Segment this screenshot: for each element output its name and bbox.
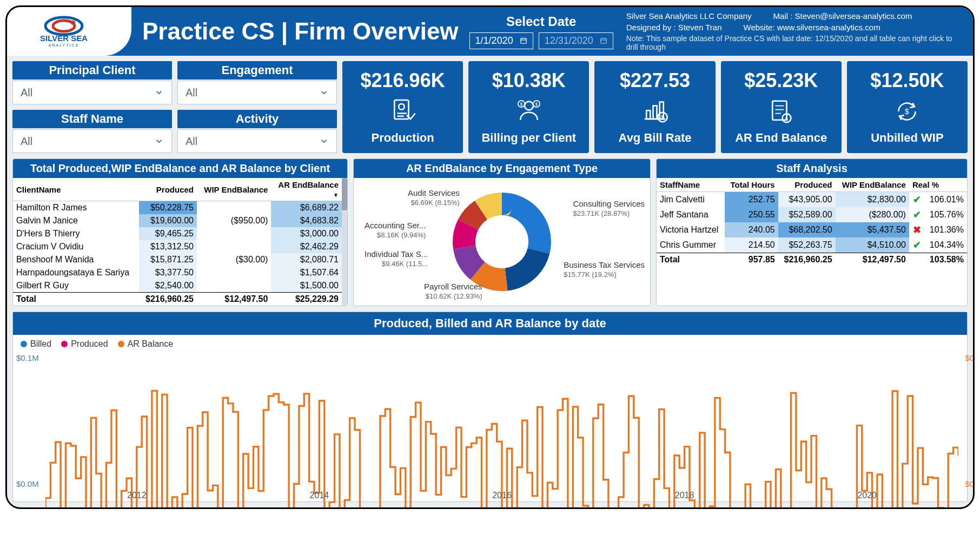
svg-text:$: $ [905, 107, 910, 116]
kpi-value: $12.50K [870, 69, 944, 92]
date-end-input[interactable]: 12/31/2020 [539, 32, 613, 49]
panel-title: AR EndBalance by Engagement Type [354, 159, 650, 178]
cell-name: Hamilton R James [13, 201, 139, 215]
client-table[interactable]: ClientName Produced WIP EndBalance AR En… [13, 178, 342, 306]
cell-name: Jim Calvetti [657, 192, 725, 208]
kpi-value: $227.53 [620, 69, 690, 92]
col-staffname[interactable]: StaffName [657, 178, 725, 192]
table-row[interactable]: Jim Calvetti252.75$43,905.00$2,830.00✔10… [657, 192, 967, 208]
cell-name: Galvin M Janice [13, 214, 139, 227]
table-row[interactable]: Benshoof M Wanida$15,871.25($30.00)$2,08… [13, 253, 342, 266]
chevron-down-icon [154, 136, 164, 146]
cell-produced: $15,871.25 [139, 253, 197, 266]
col-real[interactable]: Real % [909, 178, 967, 192]
table-row[interactable]: D'Hers B Thierry$9,465.25$3,000.00 [13, 227, 342, 240]
filter-activity: Activity All [177, 110, 337, 153]
cell-produced: $52,263.75 [778, 237, 836, 253]
mail-label: Mail : Steven@silversea-analytics.com [773, 11, 912, 21]
panel-title: Total Produced,WIP EndBalance and AR Bal… [13, 159, 347, 178]
header-meta: Silver Sea Analytics LLC Company Mail : … [624, 7, 965, 56]
kpi-row: $216.96K Production $10.38K $$ Billing p… [342, 61, 968, 153]
dashboard: SILVER SEA ANALYTICS Practice CS | Firm … [5, 5, 975, 509]
cell-name: Benshoof M Wanida [13, 253, 139, 266]
total-ar: $25,229.29 [271, 293, 342, 306]
principal-client-select[interactable]: All [12, 81, 172, 104]
cell-produced: $68,202.50 [778, 222, 836, 237]
table-row[interactable]: Victoria Hartzel240.05$68,202.50$5,437.5… [657, 222, 967, 237]
date-start-input[interactable]: 1/1/2020 [469, 32, 533, 49]
kpi-ar-end-balance: $25.23K $ AR End Balance [721, 61, 842, 153]
kpi-label: Avg Bill Rate [619, 131, 692, 145]
legend-billed: Billed [21, 339, 51, 349]
donut-chart[interactable]: Consulting Services$23.71K (28.87%)Busin… [354, 178, 650, 306]
select-value: All [186, 135, 197, 148]
cell-wip: $4,510.00 [836, 237, 909, 253]
company-label: Silver Sea Analytics LLC Company [626, 11, 752, 21]
cell-real: 106.01% [924, 192, 967, 208]
col-wip[interactable]: WIP EndBalance [197, 178, 271, 201]
designer-label: Designed by : Steven Tran [626, 23, 722, 32]
svg-point-8 [399, 104, 405, 110]
time-chart-panel: Produced, Billed and AR Balance by date … [12, 312, 968, 502]
cell-wip: ($950.00) [197, 214, 271, 227]
engagement-select[interactable]: All [177, 81, 337, 104]
donut-label: Consulting Services$23.71K (28.87%) [573, 200, 645, 217]
chevron-down-icon [319, 88, 329, 97]
table-row[interactable]: Gilbert R Guy$2,540.00$1,500.00 [13, 279, 342, 293]
kpi-unbilled-wip: $12.50K $ Unbilled WIP [847, 61, 968, 153]
header-bar: SILVER SEA ANALYTICS Practice CS | Firm … [7, 7, 973, 56]
cell-name: Cracium V Ovidiu [13, 240, 139, 253]
cell-hours: 214.50 [725, 237, 778, 253]
cell-real: 105.76% [924, 207, 967, 222]
cell-name: D'Hers B Thierry [13, 227, 139, 240]
kpi-avg-bill-rate: $227.53 $ Avg Bill Rate [594, 61, 715, 153]
staff-table[interactable]: StaffName Total Hours Produced WIP EndBa… [657, 178, 967, 266]
cell-status: ✔ [909, 192, 924, 208]
person-money-icon: $$ [514, 96, 544, 127]
table-row[interactable]: Harnpadoungsataya E Sariya$3,377.50$1,50… [13, 266, 342, 279]
calendar-icon [600, 37, 607, 44]
client-balance-panel: Total Produced,WIP EndBalance and AR Bal… [12, 158, 348, 306]
table-row[interactable]: Hamilton R James$50,228.75$6,689.22 [13, 201, 342, 215]
ar-balance-line [45, 353, 958, 509]
x-tick: 2016 [492, 491, 512, 500]
col-wip[interactable]: WIP EndBalance [836, 178, 909, 192]
legend-produced: Produced [61, 339, 108, 349]
donut-label: Business Tax Services$15.77K (19.2%) [564, 261, 645, 279]
filter-label: Engagement [177, 61, 337, 80]
col-hours[interactable]: Total Hours [725, 178, 778, 192]
chart-bar-icon: $ [640, 96, 670, 127]
activity-select[interactable]: All [177, 129, 337, 153]
cross-icon: ✖ [913, 224, 921, 235]
cell-name: Chris Gummer [657, 237, 725, 253]
cell-wip [197, 266, 271, 279]
total-produced: $216,960.25 [139, 293, 197, 306]
table-row[interactable]: Cracium V Ovidiu$13,312.50$2,462.29 [13, 240, 342, 253]
cell-real: 101.36% [924, 222, 967, 237]
cell-produced: $13,312.50 [139, 240, 197, 253]
time-chart[interactable]: $0.1M $0.0M $0.1M $0.0M 2012201420162018… [45, 353, 958, 488]
col-clientname[interactable]: ClientName [13, 178, 139, 201]
cell-status: ✔ [909, 237, 924, 253]
cell-wip: ($30.00) [197, 253, 271, 266]
select-value: All [186, 87, 197, 99]
cell-produced: $2,540.00 [139, 279, 197, 293]
cell-produced: $50,228.75 [139, 201, 197, 215]
svg-rect-6 [601, 38, 607, 43]
col-ar[interactable]: AR EndBalance▼ [271, 178, 342, 201]
table-row[interactable]: Chris Gummer214.50$52,263.75$4,510.00✔10… [657, 237, 967, 253]
cell-ar: $1,507.64 [271, 266, 342, 279]
x-axis: 20122014201620182020 [45, 491, 958, 500]
table-row[interactable]: Jeff Santana250.55$52,589.00($280.00)✔10… [657, 207, 967, 222]
staff-name-select[interactable]: All [12, 129, 172, 153]
client-table-scrollbar[interactable] [342, 178, 347, 306]
table-row[interactable]: Galvin M Janice$19,600.00($950.00)$4,683… [13, 214, 342, 227]
cell-name: Victoria Hartzel [657, 222, 725, 237]
y-axis-left: $0.1M $0.0M [16, 353, 39, 488]
cell-ar: $6,689.22 [271, 201, 342, 215]
kpi-billing-per-client: $10.38K $$ Billing per Client [468, 61, 589, 153]
col-produced[interactable]: Produced [139, 178, 197, 201]
filter-label: Staff Name [12, 110, 172, 128]
col-produced[interactable]: Produced [778, 178, 836, 192]
date-filter: Select Date 1/1/2020 12/31/2020 [469, 7, 613, 56]
